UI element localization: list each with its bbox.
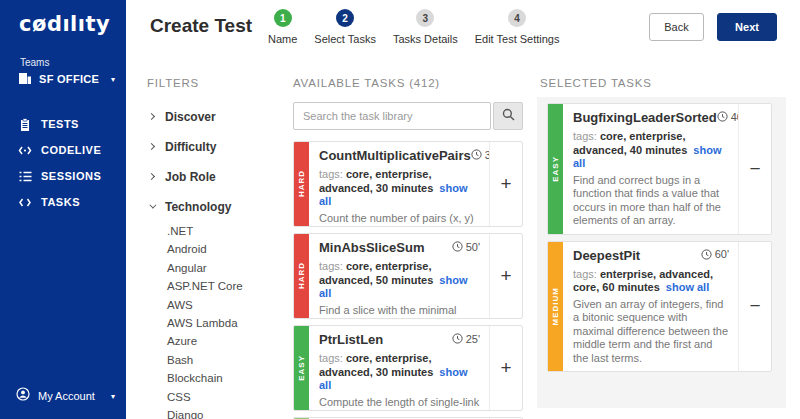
difficulty-label: HARD: [297, 262, 306, 289]
task-name: MinAbsSliceSum: [319, 240, 424, 255]
add-task-button[interactable]: +: [489, 142, 522, 226]
difficulty-label: HARD: [297, 170, 306, 197]
technology-filter-item[interactable]: CSS: [167, 388, 285, 406]
show-all-link[interactable]: show all: [666, 281, 709, 293]
task-description: Given an array of integers, find a biton…: [573, 298, 729, 366]
clock-icon: [452, 333, 463, 344]
chevron-right-icon: [148, 113, 155, 120]
filter-group[interactable]: Job Role: [147, 170, 285, 183]
filter-group[interactable]: Discover: [147, 110, 285, 123]
add-task-button[interactable]: +: [489, 326, 522, 410]
task-card: HARD MinAbsSliceSum 50' tags: core, ente…: [293, 233, 523, 319]
task-card-content: DeepestPit 60' tags: enterprise, advance…: [563, 242, 738, 372]
chevron-down-icon: [149, 202, 156, 209]
task-duration: 25': [452, 333, 480, 345]
difficulty-label: EASY: [297, 355, 306, 381]
sidebar-nav: TESTS CODELIVE SESSIONS TASKS: [0, 111, 126, 215]
filter-group-label: Job Role: [165, 170, 216, 184]
technology-filter-item[interactable]: Django: [167, 406, 285, 419]
clock-icon: [701, 249, 712, 260]
difficulty-stripe: EASY: [294, 326, 309, 410]
sidebar-item-label: SESSIONS: [41, 170, 101, 182]
difficulty-label: EASY: [551, 156, 560, 182]
remove-task-button[interactable]: −: [738, 104, 771, 234]
technology-filter-item[interactable]: Angular: [167, 259, 285, 277]
search-icon: [502, 107, 515, 125]
chevron-right-icon: [148, 173, 155, 180]
wizard-stepper: 1 Name 2 Select Tasks 3 Tasks Details 4 …: [268, 9, 560, 45]
sidebar: cødılıty Teams SF OFFICE ▾ TESTS CODELIV…: [0, 0, 126, 419]
task-name: BugfixingLeaderSorted: [573, 110, 717, 125]
filters-panel: FILTERS Discover Difficulty Job Role Tec…: [147, 77, 285, 419]
task-duration: 40': [717, 111, 738, 123]
clipboard-icon: [17, 118, 33, 131]
filter-group[interactable]: Technology: [147, 200, 285, 213]
clock-icon: [452, 241, 463, 252]
codility-logo[interactable]: cødılıty: [19, 12, 110, 36]
filter-group[interactable]: Difficulty: [147, 140, 285, 153]
search-button[interactable]: [493, 102, 523, 130]
filter-group-label: Technology: [165, 200, 231, 214]
task-card-content: BugfixingLeaderSorted 40' tags: core, en…: [563, 104, 738, 234]
task-description: Count the number of pairs (x, y) such th…: [319, 212, 480, 227]
technology-filter-item[interactable]: ASP.NET Core: [167, 277, 285, 295]
available-task-list: HARD CountMultiplicativePairs 30' tags: …: [293, 141, 523, 411]
step-label: Name: [268, 33, 297, 45]
sidebar-item-label: TASKS: [41, 196, 80, 208]
tags-label: tags:: [319, 168, 343, 180]
building-icon: [18, 70, 32, 88]
code-brackets-icon: [17, 197, 33, 208]
wizard-step[interactable]: 4 Edit Test Settings: [475, 9, 560, 45]
page-title: Create Test: [150, 15, 252, 37]
wizard-step[interactable]: 3 Tasks Details: [393, 9, 458, 45]
sidebar-item-tests[interactable]: TESTS: [0, 111, 126, 137]
my-account-label: My Account: [38, 390, 95, 402]
difficulty-label: MEDIUM: [551, 287, 560, 325]
task-card-content: CountMultiplicativePairs 30' tags: core,…: [309, 142, 489, 226]
sidebar-item-label: TESTS: [41, 118, 79, 130]
task-name: DeepestPit: [573, 248, 640, 263]
user-icon: [16, 387, 30, 405]
team-name: SF OFFICE: [39, 73, 99, 85]
task-name: PtrListLen: [319, 332, 383, 347]
technology-filter-item[interactable]: .NET: [167, 222, 285, 240]
task-card: HARD CountMultiplicativePairs 30' tags: …: [293, 141, 523, 227]
wizard-step[interactable]: 2 Select Tasks: [314, 9, 376, 45]
step-label: Select Tasks: [314, 33, 376, 45]
search-input[interactable]: [293, 102, 491, 130]
task-card-content: PtrListLen 25' tags: core, enterprise, a…: [309, 326, 489, 410]
technology-filter-item[interactable]: Blockchain: [167, 369, 285, 387]
back-button[interactable]: Back: [649, 13, 704, 41]
sessions-list-icon: [17, 171, 33, 182]
task-duration: 60': [701, 248, 729, 260]
task-name: CountMultiplicativePairs: [319, 148, 471, 163]
difficulty-stripe: HARD: [294, 234, 309, 318]
tags-label: tags:: [319, 352, 343, 364]
next-button[interactable]: Next: [717, 13, 777, 41]
task-tags: tags: core, enterprise, advanced, 30 min…: [319, 352, 480, 393]
teams-label: Teams: [20, 57, 49, 68]
add-task-button[interactable]: +: [489, 234, 522, 318]
task-description: Find and correct bugs in a function that…: [573, 174, 729, 228]
difficulty-stripe: EASY: [548, 104, 563, 234]
sidebar-item-codelive[interactable]: CODELIVE: [0, 137, 126, 163]
wizard-step[interactable]: 1 Name: [268, 9, 297, 45]
task-tags: tags: enterprise, advanced, core, 60 min…: [573, 268, 729, 295]
technology-filter-item[interactable]: AWS Lambda: [167, 314, 285, 332]
my-account-menu[interactable]: My Account ▾: [0, 385, 126, 407]
difficulty-stripe: MEDIUM: [548, 242, 563, 372]
technology-filter-item[interactable]: Azure: [167, 332, 285, 350]
technology-filter-item[interactable]: Android: [167, 240, 285, 258]
sidebar-item-sessions[interactable]: SESSIONS: [0, 163, 126, 189]
team-selector[interactable]: SF OFFICE ▾: [0, 68, 126, 90]
step-number-badge: 3: [416, 9, 434, 27]
task-tags: tags: core, enterprise, advanced, 40 min…: [573, 130, 729, 171]
filter-group-label: Difficulty: [165, 140, 216, 154]
technology-filter-item[interactable]: Bash: [167, 351, 285, 369]
clock-icon: [717, 111, 728, 122]
technology-filter-item[interactable]: AWS: [167, 296, 285, 314]
chevron-down-icon: ▾: [111, 392, 115, 401]
remove-task-button[interactable]: −: [738, 242, 771, 372]
task-card: EASY BugfixingLeaderSorted 40' tags: cor…: [547, 103, 772, 235]
sidebar-item-tasks[interactable]: TASKS: [0, 189, 126, 215]
